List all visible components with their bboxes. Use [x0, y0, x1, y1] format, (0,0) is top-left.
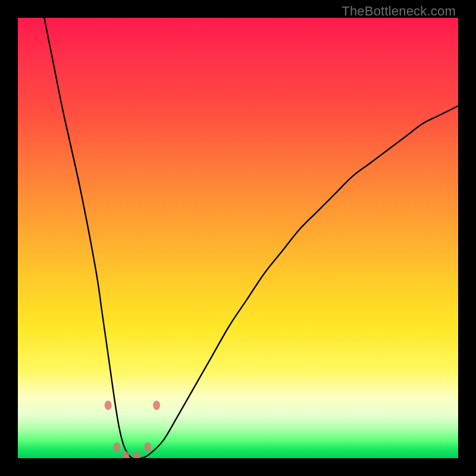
bottleneck-curve-svg: [18, 18, 458, 458]
curve-marker: [122, 451, 129, 458]
watermark-text: TheBottleneck.com: [342, 4, 456, 19]
chart-frame: [18, 18, 458, 458]
curve-marker: [153, 400, 160, 410]
curve-markers: [105, 400, 160, 458]
curve-marker: [144, 443, 151, 452]
bottleneck-curve: [44, 18, 458, 458]
curve-marker: [114, 443, 121, 452]
curve-marker: [133, 451, 140, 458]
curve-marker: [105, 400, 112, 410]
